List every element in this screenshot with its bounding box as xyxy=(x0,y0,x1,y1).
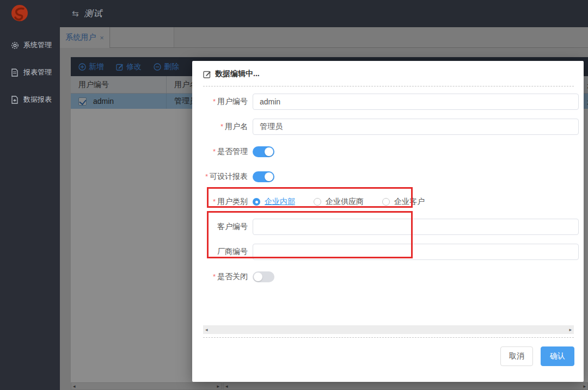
sidebar: 系统管理报表管理数据报表 xyxy=(0,0,60,390)
field-label: *用户类别 xyxy=(203,197,248,207)
dialog-form: *用户编号*用户名*是否管理*可设计报表*用户类别企业内部企业供应商企业客户客户… xyxy=(192,89,584,289)
required-asterisk: * xyxy=(213,97,216,106)
field-label: *是否关闭 xyxy=(203,272,248,282)
topbar: ⇆ 测试 xyxy=(60,0,588,27)
field-label: 厂商编号 xyxy=(203,247,248,257)
dialog-divider xyxy=(203,86,574,86)
radio-label: 企业客户 xyxy=(394,197,425,207)
dialog-title: 数据编辑中... xyxy=(215,69,260,79)
form-row-用户编号: *用户编号 xyxy=(192,89,584,114)
sidebar-item-3[interactable]: 数据报表 xyxy=(0,86,60,113)
collapse-sidebar-icon[interactable]: ⇆ xyxy=(72,9,79,18)
form-row-客户编号: 客户编号 xyxy=(192,214,584,239)
toggle-knob xyxy=(265,147,273,156)
data-doc-icon xyxy=(11,96,19,104)
form-row-用户名: *用户名 xyxy=(192,114,584,139)
cancel-button[interactable]: 取消 xyxy=(500,346,533,366)
required-asterisk: * xyxy=(213,197,216,206)
用户名-input[interactable] xyxy=(253,119,579,135)
app-title: 测试 xyxy=(84,8,103,20)
dialog-header: 数据编辑中... xyxy=(203,69,260,79)
客户编号-input[interactable] xyxy=(253,219,579,235)
radio-option-企业客户[interactable]: 企业客户 xyxy=(382,197,425,207)
app-logo-icon[interactable] xyxy=(10,4,29,23)
dialog-footer: 取消 确认 xyxy=(500,346,574,366)
radio-option-企业供应商[interactable]: 企业供应商 xyxy=(314,197,364,207)
radio-label: 企业供应商 xyxy=(326,197,364,207)
required-asterisk: * xyxy=(205,172,208,181)
radio-icon xyxy=(382,198,390,206)
confirm-button[interactable]: 确认 xyxy=(541,346,574,366)
scroll-right-icon[interactable]: ▸ xyxy=(569,327,572,332)
sidebar-item-2[interactable]: 报表管理 xyxy=(0,59,60,86)
form-row-可设计报表: *可设计报表 xyxy=(192,164,584,189)
field-label: 客户编号 xyxy=(203,222,248,232)
field-label: *是否管理 xyxy=(203,147,248,157)
radio-icon xyxy=(314,198,321,206)
field-label: *用户编号 xyxy=(203,97,248,107)
sidebar-item-label: 数据报表 xyxy=(23,95,52,104)
sidebar-item-label: 系统管理 xyxy=(23,40,52,50)
form-row-厂商编号: 厂商编号 xyxy=(192,239,584,264)
是否管理-toggle[interactable] xyxy=(253,146,274,157)
form-row-用户类别: *用户类别企业内部企业供应商企业客户 xyxy=(192,189,584,214)
sidebar-item-label: 报表管理 xyxy=(23,67,52,77)
sidebar-menu: 系统管理报表管理数据报表 xyxy=(0,32,60,113)
scroll-left-icon[interactable]: ◂ xyxy=(205,327,208,332)
required-asterisk: * xyxy=(213,273,216,281)
app-window: 系统管理报表管理数据报表 ⇆ 测试 系统用户 × 新增修改删除 用户编号用户名是… xyxy=(0,0,588,390)
厂商编号-input[interactable] xyxy=(253,244,579,260)
toggle-knob xyxy=(265,172,273,181)
是否关闭-toggle[interactable] xyxy=(253,271,274,282)
用户类别-radio-group: 企业内部企业供应商企业客户 xyxy=(253,197,443,207)
radio-icon xyxy=(253,198,260,206)
edit-dialog: 数据编辑中... *用户编号*用户名*是否管理*可设计报表*用户类别企业内部企业… xyxy=(192,61,584,382)
radio-option-企业内部[interactable]: 企业内部 xyxy=(253,197,295,207)
sidebar-item-1[interactable]: 系统管理 xyxy=(0,32,60,59)
required-asterisk: * xyxy=(213,147,216,156)
form-row-是否管理: *是否管理 xyxy=(192,139,584,164)
report-doc-icon xyxy=(11,69,19,77)
toggle-knob xyxy=(254,273,262,281)
required-asterisk: * xyxy=(220,122,223,131)
dialog-footer-divider xyxy=(203,337,574,338)
field-label: *可设计报表 xyxy=(203,172,248,182)
dialog-hscrollbar[interactable]: ◂ ▸ xyxy=(203,325,574,334)
gear-icon xyxy=(11,41,19,49)
form-row-是否关闭: *是否关闭 xyxy=(192,264,584,289)
field-label: *用户名 xyxy=(203,122,248,132)
edit-square-icon xyxy=(203,70,211,78)
可设计报表-toggle[interactable] xyxy=(253,171,274,182)
radio-label: 企业内部 xyxy=(265,197,295,207)
用户编号-input[interactable] xyxy=(253,94,579,110)
